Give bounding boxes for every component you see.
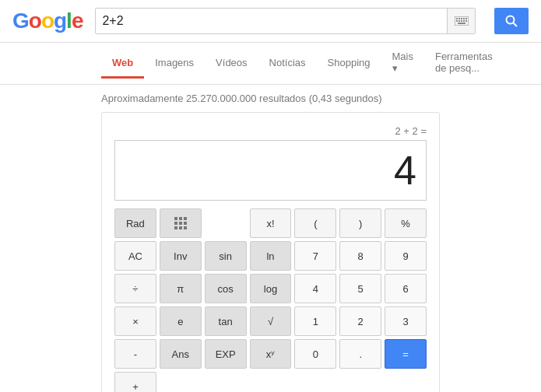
results-count: Aproximadamente 25.270.000.000 resultado… — [0, 85, 541, 112]
btn-exp[interactable]: EXP — [205, 339, 247, 369]
svg-point-12 — [507, 16, 515, 24]
svg-rect-6 — [456, 20, 458, 22]
spacer — [205, 208, 247, 238]
btn-decimal[interactable]: . — [339, 339, 381, 369]
btn-tan[interactable]: tan — [205, 306, 247, 336]
btn-2[interactable]: 2 — [339, 306, 381, 336]
tab-mais[interactable]: Mais ▾ — [381, 43, 424, 84]
btn-subtract[interactable]: - — [114, 339, 156, 369]
btn-cos[interactable]: cos — [205, 274, 247, 303]
calc-result-value: 4 — [394, 147, 416, 194]
btn-8[interactable]: 8 — [339, 241, 381, 271]
btn-open-paren[interactable]: ( — [294, 208, 336, 238]
btn-1[interactable]: 1 — [294, 306, 336, 336]
google-logo: Google — [12, 9, 83, 33]
calc-buttons: Rad x! ( ) % AC Inv sin ln 7 8 9 ÷ π cos… — [114, 208, 427, 392]
btn-ans[interactable]: Ans — [160, 339, 202, 369]
btn-add[interactable]: + — [114, 372, 156, 392]
search-bar: 2+2 — [95, 8, 476, 34]
btn-4[interactable]: 4 — [294, 274, 336, 303]
btn-5[interactable]: 5 — [339, 274, 381, 303]
btn-inv[interactable]: Inv — [160, 241, 202, 271]
btn-sqrt[interactable]: √ — [250, 306, 292, 336]
tab-ferramentas[interactable]: Ferramentas de pesq... — [424, 43, 504, 84]
svg-rect-4 — [463, 18, 465, 19]
svg-rect-9 — [463, 20, 465, 22]
svg-rect-2 — [458, 18, 460, 19]
svg-rect-11 — [458, 23, 465, 24]
btn-7[interactable]: 7 — [294, 241, 336, 271]
btn-rad[interactable]: Rad — [114, 208, 156, 238]
calc-result-display: 4 — [114, 140, 427, 201]
svg-rect-7 — [458, 20, 460, 22]
tab-shopping[interactable]: Shopping — [317, 49, 381, 79]
btn-percent[interactable]: % — [385, 208, 427, 238]
btn-grid[interactable] — [160, 208, 202, 238]
keyboard-icon — [455, 16, 469, 26]
keyboard-icon-button[interactable] — [447, 8, 475, 34]
header: Google 2+2 — [0, 0, 541, 43]
btn-multiply[interactable]: × — [114, 306, 156, 336]
tab-videos[interactable]: Vídeos — [205, 49, 258, 79]
btn-divide[interactable]: ÷ — [114, 274, 156, 303]
tab-imagens[interactable]: Imagens — [144, 49, 205, 79]
search-icon — [505, 15, 518, 27]
svg-rect-3 — [461, 18, 462, 19]
search-input[interactable]: 2+2 — [96, 11, 447, 31]
btn-6[interactable]: 6 — [385, 274, 427, 303]
btn-power[interactable]: xʸ — [250, 339, 292, 369]
svg-rect-10 — [465, 20, 467, 22]
btn-ac[interactable]: AC — [114, 241, 156, 271]
btn-close-paren[interactable]: ) — [339, 208, 381, 238]
btn-3[interactable]: 3 — [385, 306, 427, 336]
btn-factorial[interactable]: x! — [250, 208, 292, 238]
svg-rect-8 — [461, 20, 462, 22]
btn-pi[interactable]: π — [160, 274, 202, 303]
grid-icon — [174, 217, 187, 229]
btn-e[interactable]: e — [160, 306, 202, 336]
svg-line-13 — [514, 23, 518, 27]
tab-noticias[interactable]: Notícias — [258, 49, 317, 79]
btn-equals[interactable]: = — [385, 339, 427, 369]
btn-9[interactable]: 9 — [385, 241, 427, 271]
svg-rect-5 — [465, 18, 467, 19]
btn-log[interactable]: log — [250, 274, 292, 303]
search-button[interactable] — [494, 8, 529, 34]
btn-ln[interactable]: ln — [250, 241, 292, 271]
btn-0[interactable]: 0 — [294, 339, 336, 369]
svg-rect-1 — [456, 18, 458, 19]
nav-tabs: Web Imagens Vídeos Notícias Shopping Mai… — [0, 43, 541, 85]
calculator: 2 + 2 = 4 Rad x! ( ) % AC Inv sin ln 7 8… — [101, 112, 440, 392]
tab-web[interactable]: Web — [101, 49, 144, 79]
calc-expression: 2 + 2 = — [114, 125, 427, 137]
btn-sin[interactable]: sin — [205, 241, 247, 271]
